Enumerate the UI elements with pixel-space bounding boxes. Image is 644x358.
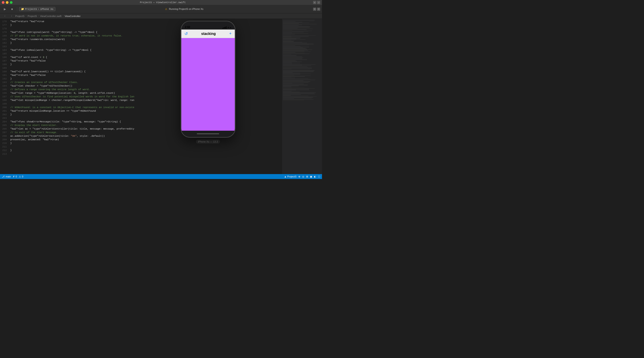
minimize-button[interactable] — [6, 1, 8, 4]
fullscreen-btn[interactable]: ⤢ — [317, 1, 320, 4]
line-number: 181 — [0, 38, 8, 41]
iphone-notch — [199, 22, 217, 27]
minimap-line — [283, 88, 292, 88]
minimap-line — [283, 67, 308, 67]
breadcrumb-sep-1: › — [26, 15, 27, 17]
breadcrumb-item-2[interactable]: ProjectS — [28, 15, 37, 18]
breadcrumb-sep-3: › — [62, 15, 64, 17]
status-branch[interactable]: ⎇ main — [2, 175, 11, 178]
code-line — [10, 102, 132, 106]
code-line: "kw2">return !useWords.contains(word) — [10, 38, 132, 41]
minimap-line — [283, 74, 311, 74]
code-line: "kw2">let misspelledRange = checker.rang… — [10, 99, 132, 102]
iphone-app-content[interactable] — [181, 38, 235, 131]
warning-icon: ⚠ — [165, 8, 167, 10]
minimap-line — [283, 84, 308, 85]
line-number: 187 — [0, 59, 8, 63]
minimap-line — [283, 41, 294, 42]
minimap-line — [283, 50, 308, 51]
line-number: 189 — [0, 66, 8, 70]
line-number: 203 — [0, 116, 8, 120]
minimap-line — [283, 70, 314, 71]
add-button[interactable]: + — [229, 31, 232, 36]
status-btn-2[interactable]: ◎ — [302, 175, 304, 178]
minimap-line — [283, 68, 312, 69]
stop-button[interactable]: ■ — [9, 7, 15, 12]
minimap-line — [283, 37, 291, 37]
minimap-line — [283, 23, 310, 23]
minimap-line — [283, 55, 296, 55]
maximize-button[interactable] — [10, 1, 12, 4]
minimap-line — [283, 33, 308, 34]
split-editor-btn[interactable]: ⊟ — [313, 1, 316, 4]
breadcrumb-item-1[interactable]: ProjectS — [15, 15, 24, 18]
refresh-button[interactable]: ↺ — [184, 31, 188, 36]
minimap-line — [283, 77, 291, 77]
line-number: 185 — [0, 52, 8, 56]
layout-btn[interactable]: ⊞ — [313, 8, 316, 11]
minimap-line — [283, 60, 296, 61]
line-number: 177 — [0, 23, 8, 27]
code-line: "kw2">func isReal(word: "type">String) -… — [10, 48, 132, 52]
minimap-line — [283, 95, 291, 96]
line-number: 184 — [0, 48, 8, 52]
minimap-line — [283, 31, 308, 32]
code-line: "kw2">return "kw2">false — [10, 59, 132, 63]
app-nav-title: stacking — [201, 32, 216, 36]
code-content[interactable]: "kw2">return "kw2">true}"kw2">func isOri… — [8, 19, 134, 174]
code-line: // Creates an instance of UITextChecker … — [10, 81, 132, 84]
code-line: "kw2">if word.count < 3 { — [10, 56, 132, 59]
scheme-selector[interactable]: 📁 ProjectS › iPhone Xs — [19, 7, 56, 11]
minimap-line — [283, 51, 304, 51]
minimap-line — [283, 78, 295, 78]
forward-btn[interactable]: › — [8, 14, 15, 19]
minimap-line — [283, 82, 310, 82]
minimap-line — [283, 68, 312, 68]
iphone-frame: 2:02 ▲ ▬ ↺ stacking + — [181, 21, 235, 137]
minimap-line — [283, 24, 317, 24]
status-btn-5[interactable]: ◐ — [314, 175, 316, 178]
back-btn[interactable]: ‹ — [2, 14, 8, 19]
status-btn-4[interactable]: ▣ — [310, 175, 312, 178]
minimap-line — [283, 79, 310, 80]
minimap-line — [283, 92, 300, 92]
minimap-line — [283, 69, 292, 69]
line-number: 182 — [0, 41, 8, 45]
toolbar: ▶ ■ 📁 ProjectS › iPhone Xs ⚠ Running Pro… — [0, 5, 322, 14]
minimap-line — [283, 82, 308, 83]
minimap-line — [283, 25, 302, 25]
minimap-line — [283, 89, 309, 90]
status-errors: ✗ 0 — [13, 175, 17, 178]
code-line — [10, 116, 132, 120]
minimap-line — [283, 86, 291, 87]
minimap-line — [283, 99, 314, 100]
inspector-btn[interactable]: ⊟ — [317, 8, 320, 11]
code-line — [10, 27, 132, 31]
minimap-line — [283, 75, 294, 75]
close-button[interactable] — [2, 1, 4, 4]
status-icons: ▲ ▬ — [222, 26, 231, 29]
minimap-line — [283, 33, 292, 33]
iphone-nav-bar: ↺ stacking + — [181, 30, 235, 38]
minimap-line — [283, 96, 308, 96]
minimap-line — [283, 97, 313, 98]
minimap-line — [283, 98, 312, 98]
scheme-icon: 📁 — [21, 8, 24, 11]
code-line: // Uses UITextChecker to find potential … — [10, 95, 132, 99]
status-btn-3[interactable]: ⊞ — [306, 175, 308, 178]
minimap-line — [283, 56, 302, 57]
minimap-line — [283, 31, 312, 31]
run-button[interactable]: ▶ — [2, 7, 8, 12]
breadcrumb-item-3[interactable]: ViewController.swift — [40, 15, 62, 18]
minimap-line — [283, 29, 306, 30]
breadcrumb-item-4[interactable]: ViewController — [64, 15, 80, 18]
project-status[interactable]: ▲ ProjectS — [284, 175, 296, 178]
minimap-line — [283, 80, 315, 80]
status-btn-1[interactable]: ⊕ — [298, 175, 300, 178]
status-btn-6[interactable]: ⬡ — [318, 175, 320, 178]
code-line: "kw2">let checker = "type">UITextChecker… — [10, 84, 132, 88]
code-line: present(ac, animated: "kw2">true) — [10, 138, 132, 141]
code-line: } — [10, 149, 132, 152]
code-panel[interactable]: 1761771781791801811821831841851861871881… — [0, 19, 134, 174]
minimap-line — [283, 46, 295, 46]
